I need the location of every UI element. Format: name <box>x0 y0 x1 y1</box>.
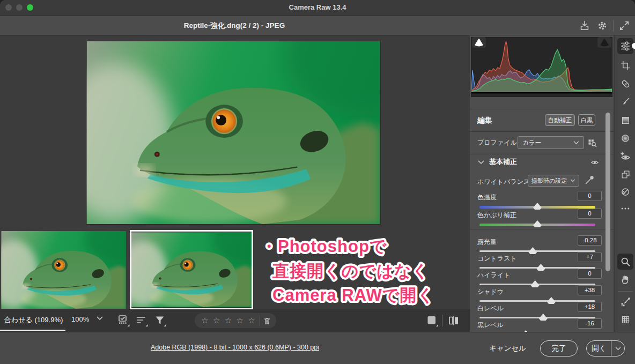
color-sampler-tool[interactable] <box>617 294 633 310</box>
slider-track[interactable] <box>479 224 595 226</box>
zoom-level-button[interactable]: 100% <box>71 315 89 323</box>
select-images-icon[interactable] <box>117 314 130 327</box>
slider-label: 色かぶり補正 <box>477 211 516 220</box>
red-eye-tool[interactable] <box>617 148 633 165</box>
panel-scrollbar[interactable] <box>606 113 610 271</box>
main-preview-image[interactable] <box>86 41 381 225</box>
healing-tool[interactable] <box>617 76 633 92</box>
filmstrip-thumbnail-2-selected[interactable] <box>130 230 253 309</box>
grid-view-tool[interactable] <box>617 311 633 328</box>
slider-blacks: 黒レベル -16 <box>477 321 602 332</box>
slider-value-box[interactable]: 0 <box>578 191 602 201</box>
fullscreen-icon[interactable] <box>618 20 630 32</box>
white-balance-value: 撮影時の設定 <box>531 177 567 185</box>
edit-panel: 編集 自動補正 白黒 プロファイル カラー 基本補正 ホワイトバランス 撮影時の… <box>470 35 614 332</box>
slider-label: 色温度 <box>477 193 497 202</box>
profile-label: プロファイル <box>477 138 517 147</box>
slider-value-box[interactable]: -16 <box>578 318 602 329</box>
basic-section-eye-icon[interactable] <box>590 158 600 167</box>
slider-thumb[interactable] <box>539 314 548 321</box>
star-2-icon[interactable]: ☆ <box>211 316 223 325</box>
done-button[interactable]: 完了 <box>540 340 578 356</box>
panel-divider <box>470 154 614 154</box>
slider-tint: 色かぶり補正 0 <box>477 211 602 229</box>
adjustment-brush-tool[interactable] <box>617 94 633 110</box>
workflow-options-link[interactable]: Adobe RGB (1998) - 8 bit - 1000 x 626 (0… <box>0 344 470 351</box>
profile-dropdown[interactable]: カラー <box>518 136 584 149</box>
graduated-filter-tool[interactable] <box>617 112 633 128</box>
cancel-button[interactable]: キャンセル <box>489 344 526 353</box>
open-button[interactable]: 開く <box>587 341 611 356</box>
title-bar: Camera Raw 13.4 <box>0 0 635 16</box>
snapshots-tool[interactable] <box>617 166 633 182</box>
slider-thumb[interactable] <box>547 297 556 304</box>
tool-rail <box>615 35 635 332</box>
rail-divider <box>618 291 633 292</box>
slider-thumb[interactable] <box>531 280 540 287</box>
slider-label: ハイライト <box>477 271 510 280</box>
panel-divider <box>470 109 614 109</box>
trash-icon[interactable] <box>262 316 272 325</box>
save-image-icon[interactable] <box>579 20 590 32</box>
open-options-chevron-icon[interactable] <box>611 341 624 356</box>
star-3-icon[interactable]: ☆ <box>223 316 234 325</box>
slider-label: コントラスト <box>477 254 517 263</box>
slider-thumb[interactable] <box>533 220 542 227</box>
hand-tool[interactable] <box>617 271 633 287</box>
open-button-group: 開く <box>586 340 625 356</box>
panel-divider <box>470 131 614 132</box>
chevron-down-icon <box>573 141 579 145</box>
white-balance-dropdown[interactable]: 撮影時の設定 <box>528 175 579 187</box>
star-4-icon[interactable]: ☆ <box>234 316 246 325</box>
black-white-button[interactable]: 白黒 <box>578 114 595 126</box>
filmstrip-toolbar: 合わせる (109.9%) 100% ☆ ☆ ☆ ☆ ☆ <box>0 309 470 332</box>
sort-order-icon[interactable] <box>135 314 148 327</box>
filename-label: Reptile-強化.dng(2 / 2) - JPEG <box>0 21 469 31</box>
edit-tool[interactable] <box>617 38 633 54</box>
slider-label: 露光量 <box>477 237 497 247</box>
basic-section-title[interactable]: 基本補正 <box>489 157 517 167</box>
single-view-icon[interactable] <box>425 314 438 327</box>
slider-thumb[interactable] <box>528 247 537 254</box>
slider-value-box[interactable]: -0.28 <box>578 235 602 246</box>
camera-raw-window: Camera Raw 13.4 Reptile-強化.dng(2 / 2) - … <box>0 0 635 364</box>
slider-value-box[interactable]: 0 <box>578 209 602 219</box>
slider-thumb[interactable] <box>536 264 545 271</box>
histogram[interactable] <box>471 37 612 97</box>
white-balance-eyedropper-icon[interactable] <box>584 174 595 186</box>
radial-filter-tool[interactable] <box>617 130 633 146</box>
before-after-view-icon[interactable] <box>447 314 460 327</box>
basic-section-chevron-icon[interactable] <box>478 160 484 165</box>
file-bar: Reptile-強化.dng(2 / 2) - JPEG <box>0 16 635 35</box>
slider-value-box[interactable]: +18 <box>578 302 602 312</box>
toolbar-divider <box>613 20 614 32</box>
window-title: Camera Raw 13.4 <box>0 3 635 11</box>
star-1-icon[interactable]: ☆ <box>199 316 211 325</box>
slider-label: 白レベル <box>477 304 504 313</box>
zoom-tool[interactable] <box>617 254 633 270</box>
filter-icon[interactable] <box>153 314 166 327</box>
slider-value-box[interactable]: 0 <box>578 269 602 279</box>
view-divider <box>442 315 442 326</box>
slider-label: シャドウ <box>477 287 504 296</box>
star-5-icon[interactable]: ☆ <box>246 316 257 325</box>
white-balance-label: ホワイトバランス <box>477 177 530 187</box>
slider-thumb[interactable] <box>533 203 542 210</box>
more-tools-icon[interactable] <box>617 200 633 217</box>
preferences-gear-icon[interactable] <box>596 20 608 32</box>
shadow-clipping-indicator[interactable] <box>472 37 486 48</box>
crop-tool[interactable] <box>617 57 633 73</box>
highlight-clipping-indicator[interactable] <box>597 37 611 48</box>
filmstrip-thumbnail-1[interactable] <box>0 231 127 309</box>
slider-value-box[interactable]: +7 <box>578 252 602 262</box>
auto-correct-button[interactable]: 自動補正 <box>545 114 575 126</box>
zoom-level-chevron-icon[interactable] <box>97 316 109 329</box>
image-canvas: ・Photoshopで 直接開くのではなく Camera RAWで開く 合わせる… <box>0 35 470 332</box>
slider-value-box[interactable]: +38 <box>578 285 602 295</box>
profile-browser-icon[interactable] <box>587 137 598 148</box>
presets-tool[interactable] <box>617 184 633 200</box>
zoom-fit-button[interactable]: 合わせる (109.9%) <box>4 315 63 325</box>
chevron-down-icon <box>570 179 575 182</box>
star-rating-control: ☆ ☆ ☆ ☆ ☆ <box>195 313 276 328</box>
panel-divider <box>470 229 614 229</box>
